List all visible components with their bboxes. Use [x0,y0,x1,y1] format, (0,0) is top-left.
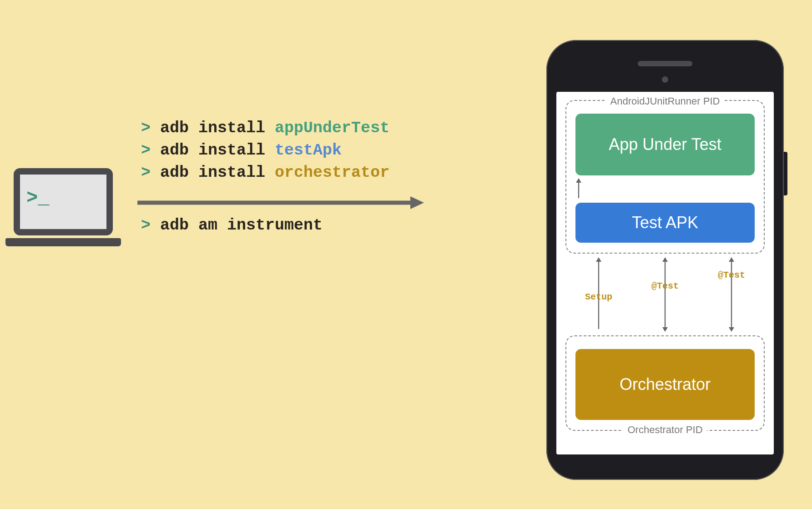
cmd-text: adb install [160,119,265,137]
phone-camera [662,76,668,83]
phone-side-button [784,152,787,195]
arrow-bi-icon [662,256,668,333]
laptop-icon: >_ [14,168,121,246]
test-apk-box: Test APK [575,203,755,243]
svg-marker-11 [729,327,734,332]
pid-label-bottom: Orchestrator PID [623,424,707,436]
prompt-angle: > [141,119,151,137]
command-block: > adb install appUnderTest > adb install… [141,117,389,184]
arrow-up-icon [575,178,582,198]
svg-marker-3 [576,178,581,183]
svg-marker-10 [729,257,734,262]
test-label-1: @Test [651,281,679,291]
inter-arrow-group: Setup @Test @Test [565,256,765,333]
test-arrow-1: @Test [632,256,698,333]
app-under-test-box: App Under Test [575,114,755,175]
pid-label-top: AndroidJUnitRunner PID [606,95,725,107]
laptop-screen: >_ [14,168,113,235]
svg-marker-7 [662,257,668,262]
phone-screen: AndroidJUnitRunner PID App Under Test Te… [556,92,774,454]
terminal-prompt: >_ [26,187,49,209]
svg-marker-1 [410,196,424,209]
cmd-arg: orchestrator [275,164,389,182]
phone-frame: AndroidJUnitRunner PID App Under Test Te… [546,40,784,480]
command-line-4: > adb am instrument [141,216,323,235]
cmd-text: adb install [160,141,265,160]
command-line-2: > adb install testApk [141,140,389,162]
junit-runner-pid-box: AndroidJUnitRunner PID App Under Test Te… [565,100,765,254]
test-arrow-2: @Test [698,256,765,333]
orchestrator-box: Orchestrator [575,349,755,420]
command-line-3: > adb install orchestrator [141,162,389,184]
prompt-angle: > [141,141,151,160]
cmd-arg: testApk [275,141,342,160]
phone-speaker [638,61,692,66]
svg-marker-8 [662,327,668,332]
arrow-to-phone-icon [137,194,424,212]
laptop-base [5,238,121,246]
orchestrator-pid-box: Orchestrator Orchestrator PID [565,335,765,431]
arrow-bi-icon [728,256,735,333]
cmd-arg: appUnderTest [275,119,389,137]
prompt-angle: > [141,164,151,182]
setup-label: Setup [585,292,612,302]
svg-marker-5 [596,257,601,262]
cmd-text: adb am instrument [160,216,323,235]
cmd-text: adb install [160,164,265,182]
setup-arrow: Setup [565,256,632,333]
prompt-angle: > [141,216,151,235]
command-line-1: > adb install appUnderTest [141,117,389,140]
test-label-2: @Test [718,270,745,280]
